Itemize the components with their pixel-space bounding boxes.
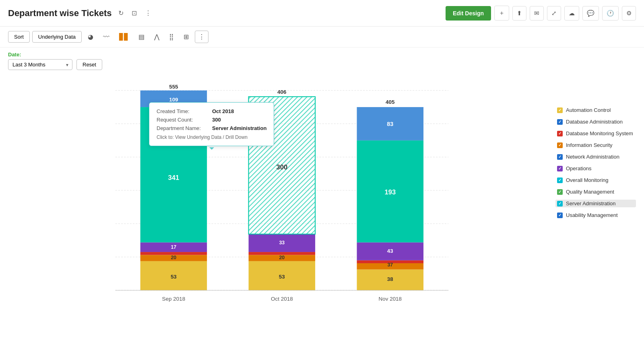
edit-design-button[interactable]: Edit Design <box>446 6 491 21</box>
svg-text:53: 53 <box>171 274 177 280</box>
legend-color-overall-monitoring: ✓ <box>557 178 563 183</box>
legend-color-database-admin: ✓ <box>557 119 563 125</box>
legend-item-quality-management[interactable]: ✓ Quality Management <box>555 188 636 196</box>
svg-text:53: 53 <box>279 274 285 280</box>
legend-color-network-admin: ✓ <box>557 154 563 160</box>
svg-text:341: 341 <box>168 174 180 182</box>
clock-button[interactable]: 🕐 <box>602 6 619 21</box>
legend-label-usability-management: Usability Management <box>566 212 618 218</box>
chart-more-button[interactable]: ⋮ <box>195 31 208 43</box>
comment-button[interactable]: 💬 <box>582 6 599 21</box>
export-button[interactable]: ⬆ <box>512 6 526 21</box>
legend-item-info-security[interactable]: ✓ Information Security <box>555 141 636 149</box>
pie-chart-button[interactable]: ◕ <box>84 31 97 43</box>
svg-text:Oct 2018: Oct 2018 <box>271 296 293 302</box>
date-filter-label: Date: <box>8 52 636 58</box>
svg-text:300: 300 <box>277 163 288 171</box>
legend-item-database-admin[interactable]: ✓ Database Administration <box>555 118 636 126</box>
svg-text:Sep 2018: Sep 2018 <box>162 296 186 302</box>
refresh-icon[interactable]: ↻ <box>117 8 125 19</box>
legend-item-server-admin[interactable]: ✓ Server Administration <box>555 200 636 207</box>
tooltip-request-count-value: 300 <box>212 117 221 123</box>
chart-tooltip: Created Time: Oct 2018 Request Count: 30… <box>149 102 274 146</box>
legend-item-database-monitoring[interactable]: ✓ Database Monitoring System <box>555 130 636 137</box>
header-right: Edit Design ＋ ⬆ ✉ ⤢ ☁ 💬 🕐 ⚙ <box>446 6 636 21</box>
save-icon[interactable]: ⊡ <box>130 8 138 19</box>
email-button[interactable]: ✉ <box>530 6 544 21</box>
tooltip-request-count-label: Request Count: <box>157 117 209 123</box>
tooltip-department-value: Server Administration <box>212 125 266 131</box>
svg-text:405: 405 <box>386 99 395 105</box>
header-left: Department wise Tickets ↻ ⊡ ⋮ <box>8 8 153 19</box>
legend-color-quality-management: ✓ <box>557 189 563 195</box>
legend-color-operations: ✓ <box>557 166 563 171</box>
svg-text:43: 43 <box>387 248 393 254</box>
svg-text:109: 109 <box>169 97 178 103</box>
svg-text:33: 33 <box>279 240 285 246</box>
chart-main: Created Time: Oct 2018 Request Count: 30… <box>8 82 547 324</box>
header: Department wise Tickets ↻ ⊡ ⋮ Edit Desig… <box>0 0 644 27</box>
legend-color-info-security: ✓ <box>557 142 563 148</box>
tooltip-created-time: Created Time: Oct 2018 <box>157 108 266 114</box>
legend-label-overall-monitoring: Overall Monitoring <box>566 177 609 183</box>
chart-area: Created Time: Oct 2018 Request Count: 30… <box>0 74 644 324</box>
svg-text:38: 38 <box>387 276 393 282</box>
svg-text:83: 83 <box>387 121 393 127</box>
sort-button[interactable]: Sort <box>8 31 30 43</box>
underlying-data-button[interactable]: Underlying Data <box>32 31 82 43</box>
settings-button[interactable]: ⚙ <box>622 6 636 21</box>
toolbar: Sort Underlying Data ◕ 〰 ▊▊ ▤ ⋀ ⣿ ⊞ ⋮ <box>0 27 644 47</box>
bar-chart-button[interactable]: ▊▊ <box>116 31 132 43</box>
svg-text:555: 555 <box>169 84 178 90</box>
legend-item-network-admin[interactable]: ✓ Network Administration <box>555 153 636 161</box>
date-select-wrapper[interactable]: Last 3 Months Last 6 Months Last 12 Mont… <box>8 59 72 70</box>
chart-legend: ✓ Automation Control ✓ Database Administ… <box>547 82 636 324</box>
tooltip-created-time-value: Oct 2018 <box>212 108 234 114</box>
add-button[interactable]: ＋ <box>494 6 509 21</box>
svg-text:37: 37 <box>387 262 393 268</box>
table-chart-button[interactable]: ⊞ <box>180 31 192 43</box>
date-select[interactable]: Last 3 Months Last 6 Months Last 12 Mont… <box>8 59 72 70</box>
legend-label-automation-control: Automation Control <box>566 107 611 113</box>
tooltip-created-time-label: Created Time: <box>157 108 209 114</box>
svg-text:20: 20 <box>171 255 176 260</box>
tooltip-department: Department Name: Server Administration <box>157 125 266 131</box>
legend-label-server-admin: Server Administration <box>566 200 616 206</box>
page-title: Department wise Tickets <box>8 8 112 19</box>
reset-button[interactable]: Reset <box>76 59 102 70</box>
legend-color-server-admin: ✓ <box>557 201 563 206</box>
tooltip-request-count: Request Count: 300 <box>157 117 266 123</box>
legend-item-operations[interactable]: ✓ Operations <box>555 165 636 172</box>
legend-label-network-admin: Network Administration <box>566 154 619 160</box>
legend-color-database-monitoring: ✓ <box>557 131 563 136</box>
svg-text:193: 193 <box>385 188 396 196</box>
tooltip-department-label: Department Name: <box>157 125 209 131</box>
legend-label-quality-management: Quality Management <box>566 189 614 195</box>
svg-text:20: 20 <box>279 255 285 260</box>
share-button[interactable]: ⤢ <box>547 6 561 21</box>
svg-text:406: 406 <box>277 89 286 95</box>
scatter-chart-button[interactable]: ⣿ <box>165 31 178 43</box>
filter-row: Last 3 Months Last 6 Months Last 12 Mont… <box>8 59 636 70</box>
filters: Date: Last 3 Months Last 6 Months Last 1… <box>0 47 644 74</box>
legend-item-overall-monitoring[interactable]: ✓ Overall Monitoring <box>555 176 636 184</box>
legend-label-database-monitoring: Database Monitoring System <box>566 130 633 136</box>
legend-color-automation-control: ✓ <box>557 107 563 113</box>
cloud-upload-button[interactable]: ☁ <box>564 6 579 21</box>
svg-text:Nov 2018: Nov 2018 <box>379 296 402 302</box>
legend-label-operations: Operations <box>566 165 592 171</box>
svg-text:17: 17 <box>171 244 176 250</box>
line-chart-button[interactable]: 〰 <box>99 31 113 43</box>
tooltip-hint: Click to: View Underlying Data / Drill D… <box>157 134 266 140</box>
legend-label-database-admin: Database Administration <box>566 119 623 125</box>
legend-label-info-security: Information Security <box>566 142 613 148</box>
more-options-icon[interactable]: ⋮ <box>143 8 153 19</box>
chart-svg: 53 20 17 341 109 555 53 <box>8 82 547 324</box>
area-chart-button[interactable]: ⋀ <box>151 31 163 43</box>
legend-item-usability-management[interactable]: ✓ Usability Management <box>555 211 636 219</box>
page: Department wise Tickets ↻ ⊡ ⋮ Edit Desig… <box>0 0 644 355</box>
stacked-bar-button[interactable]: ▤ <box>135 31 148 43</box>
legend-color-usability-management: ✓ <box>557 213 563 218</box>
legend-item-automation-control[interactable]: ✓ Automation Control <box>555 106 636 114</box>
